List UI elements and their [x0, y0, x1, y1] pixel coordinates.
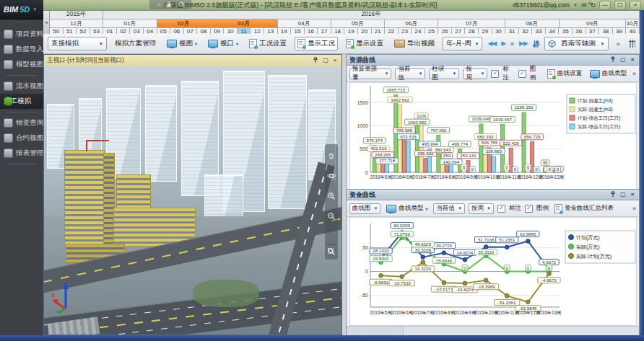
bar [385, 164, 388, 172]
display-setting-button[interactable]: 显示设置 [343, 37, 386, 50]
sidebar-item-data-import[interactable]: 数据导入 [0, 42, 43, 57]
ghost-building [268, 75, 307, 209]
toolbar-overflow-button[interactable]: » [614, 37, 623, 50]
timeline-month-cell[interactable]: 02月 [157, 19, 211, 28]
fund-panel-header: 资金曲线 ▢ × [347, 190, 639, 200]
minimize-button[interactable]: — [599, 1, 611, 10]
fund-line-chart[interactable]: -5005028.103382.029930.310939.272324.827… [349, 217, 637, 326]
viewports-button[interactable]: 视口▾ [205, 37, 241, 50]
timeline-month-cell[interactable]: 04月 [278, 19, 331, 28]
timeline-month-cell[interactable]: 01月 [103, 19, 157, 28]
play-button[interactable]: ▶ [501, 40, 505, 47]
svg-text:1030.467: 1030.467 [493, 117, 512, 122]
sidebar-item-construction-simulation[interactable]: 施工模拟 [0, 94, 43, 109]
fund-chart-type-select[interactable]: 曲线图▼ [349, 203, 380, 214]
fund-period-select[interactable]: 按周▼ [469, 203, 494, 214]
sidebar-item-report-management[interactable]: 报表管理 [0, 146, 43, 161]
close-panel-icon[interactable]: × [331, 57, 339, 64]
period-select[interactable]: 按周▼ [463, 68, 487, 79]
bar [436, 136, 440, 172]
fund-value-mode-select[interactable]: 当前值▼ [433, 203, 464, 214]
curve-setting-button[interactable]: 曲线设置 [545, 68, 584, 80]
maximize-panel-icon[interactable]: ▢ [322, 57, 329, 64]
sidebar-item-label: 物资查询 [16, 118, 43, 128]
pan-hand-icon[interactable] [327, 150, 336, 163]
timeline-month-cell[interactable]: 03月 [211, 19, 278, 28]
pin-icon[interactable] [313, 57, 320, 64]
close-panel-icon[interactable]: × [629, 56, 636, 63]
zoom-in-icon[interactable] [327, 190, 336, 203]
timeline-month-cell[interactable]: 08月 [505, 19, 559, 28]
track-filter-icon[interactable] [533, 40, 539, 48]
sidebar-item-material-query[interactable]: 物资查询 [0, 115, 43, 130]
sidebar-item-contract-view[interactable]: 合约视图 [0, 130, 43, 146]
timeline-month-cell[interactable]: 12月 [50, 19, 103, 28]
zoom-fit-button[interactable] [325, 244, 338, 260]
rewind-button[interactable]: ◀◀ [487, 40, 496, 47]
curve-type-button[interactable]: 曲线类型 [588, 68, 629, 79]
collapse-arrow-icon[interactable]: ◥ [333, 139, 336, 144]
account-dropdown[interactable]: 453715601@qq.com [513, 1, 570, 9]
sidebar-item-label: 流水视图 [16, 81, 43, 91]
sidebar-item-project-files[interactable]: 项目资料 [0, 27, 43, 42]
svg-text:-18.3989: -18.3989 [477, 284, 495, 289]
fund-summary-list-button[interactable]: 资金曲线汇总列表 [552, 203, 616, 215]
resource-source-select[interactable]: 预算资源量▼ [349, 68, 391, 79]
chevron-down-icon: ▾ [195, 41, 197, 46]
fund-chart-area: -5005028.103382.029930.310939.272324.827… [347, 217, 639, 326]
3d-scene-canvas[interactable]: XYZ◥ [44, 66, 341, 335]
timeline-month-cell[interactable]: 10月 [626, 19, 640, 28]
timeline-month-cell[interactable]: 09月 [560, 19, 627, 28]
fund-curve-type-button[interactable]: 曲线类型▾ [384, 203, 430, 214]
panel-overflow-button[interactable]: » [632, 70, 636, 77]
fast-forward-button[interactable]: ▶▶ [519, 40, 528, 47]
maximize-panel-icon[interactable]: ▢ [619, 191, 627, 198]
panel-overflow-button[interactable]: » [632, 205, 636, 212]
mail-icon[interactable]: ✉4 [581, 1, 587, 9]
zoom-out-icon[interactable] [327, 211, 336, 223]
maximize-panel-icon[interactable]: ▢ [619, 56, 627, 63]
refresh-icon[interactable]: ↻ [590, 1, 596, 9]
stop-button[interactable]: ■ [510, 40, 514, 47]
time-scale-select[interactable]: 年-月-周▼ [443, 37, 482, 50]
view-direction-select[interactable]: 西南等轴测▼ [544, 37, 608, 50]
chart-type-select[interactable]: 柱状图▼ [429, 68, 459, 79]
bim5d-logo[interactable]: BIM 5D ▼ [0, 0, 43, 19]
main-building-tower [64, 150, 105, 245]
sidebar-item-model-view[interactable]: 模型视图 [0, 57, 43, 72]
svg-text:0: 0 [556, 167, 559, 172]
scheme-manage-button[interactable]: 模拟方案管理 [112, 37, 159, 50]
export-video-button[interactable]: 导出视频 [391, 37, 438, 50]
svg-text:1285.156: 1285.156 [514, 105, 533, 110]
legend-checkbox[interactable]: ✓ [525, 205, 533, 213]
sidebar-item-flow-view[interactable]: 流水视图 [0, 79, 43, 94]
annotate-checkbox[interactable]: ✓ [497, 205, 505, 213]
svg-text:1000.992: 1000.992 [407, 120, 426, 125]
show-condition-button[interactable]: 显示工况 [295, 37, 338, 50]
maximize-button[interactable]: ▢ [614, 1, 626, 10]
resource-bar-chart[interactable]: 050010001500576.374401.510268.956177.718… [349, 82, 637, 190]
timeline-year-cell: 2015年 [50, 10, 103, 19]
timeline-month-cell[interactable]: 07月 [438, 19, 505, 28]
timeline-month-cell[interactable]: 05月 [331, 19, 385, 28]
timeline-scroll-left[interactable]: ◂ [43, 10, 50, 34]
close-panel-icon[interactable]: × [629, 191, 636, 198]
grid-axis-icon[interactable] [628, 39, 635, 48]
svg-text:526.765: 526.765 [481, 140, 497, 145]
annotate-checkbox[interactable]: ✓ [491, 70, 499, 78]
close-button[interactable]: × [630, 1, 641, 10]
account-caret-icon[interactable]: ▼ [573, 3, 578, 7]
simulation-mode-select[interactable]: 直接模拟▼ [48, 37, 107, 50]
chart-plus-icon [547, 69, 555, 79]
condition-setting-button[interactable]: 工况设置 [246, 37, 290, 50]
svg-text:522.429: 522.429 [502, 141, 519, 146]
pin-icon[interactable] [610, 56, 617, 63]
views-button[interactable]: 视图▾ [164, 37, 200, 50]
legend-checkbox[interactable]: ✓ [518, 70, 526, 78]
value-mode-select[interactable]: 当前值▼ [395, 68, 425, 79]
timeline-month-cell[interactable]: 06月 [385, 19, 438, 28]
svg-text:660.300: 660.300 [477, 134, 494, 139]
svg-text:Y: Y [56, 309, 60, 314]
orbit-icon[interactable] [327, 170, 336, 183]
pin-icon[interactable] [610, 191, 617, 198]
